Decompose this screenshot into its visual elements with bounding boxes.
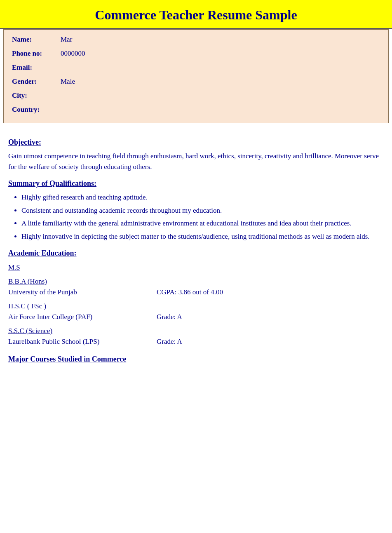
- list-item: Highly gifted research and teaching apti…: [21, 192, 384, 203]
- page-title: Commerce Teacher Resume Sample: [4, 7, 388, 23]
- edu-entry-bba: B.B.A (Hons) University of the Punjab CG…: [8, 277, 384, 296]
- edu-entry-ms: M.S: [8, 263, 384, 272]
- degree-hsc: H.S.C ( FSc ): [8, 302, 384, 310]
- gender-value: Male: [61, 77, 75, 86]
- education-heading: Academic Education:: [8, 249, 384, 258]
- summary-heading: Summary of Qualifications:: [8, 179, 384, 188]
- ssc-institution: Laurelbank Public School (LPS): [8, 338, 132, 346]
- page-header: Commerce Teacher Resume Sample: [0, 0, 392, 29]
- degree-ssc: S.S.C (Science): [8, 327, 384, 335]
- email-row: Email:: [12, 63, 380, 72]
- phone-label: Phone no:: [12, 49, 57, 58]
- city-label: City:: [12, 92, 57, 100]
- phone-value: 0000000: [61, 49, 85, 58]
- country-row: Country:: [12, 106, 380, 114]
- edu-entry-hsc: H.S.C ( FSc ) Air Force Inter College (P…: [8, 302, 384, 321]
- country-label: Country:: [12, 106, 57, 114]
- name-row: Name: Mar: [12, 35, 380, 44]
- list-item: Highly innovative in depicting the subje…: [21, 231, 384, 242]
- email-label: Email:: [12, 63, 57, 72]
- list-item: A little familiarity with the general ad…: [21, 218, 384, 229]
- summary-list: Highly gifted research and teaching apti…: [21, 192, 384, 242]
- bba-grade: CGPA: 3.86 out of 4.00: [157, 288, 223, 296]
- hsc-institution-row: Air Force Inter College (PAF) Grade: A: [8, 313, 384, 321]
- content-area: Objective: Gain utmost competence in tea…: [0, 123, 392, 372]
- page-wrapper: Commerce Teacher Resume Sample Name: Mar…: [0, 0, 392, 533]
- city-row: City:: [12, 92, 380, 100]
- objective-text: Gain utmost competence in teaching field…: [8, 151, 384, 172]
- personal-info-box: Name: Mar Phone no: 0000000 Email: Gende…: [3, 29, 389, 123]
- major-courses-heading: Major Courses Studied in Commerce: [8, 355, 384, 364]
- name-label: Name:: [12, 35, 57, 44]
- hsc-institution: Air Force Inter College (PAF): [8, 313, 132, 321]
- degree-bba: B.B.A (Hons): [8, 277, 384, 286]
- name-value: Mar: [61, 35, 72, 44]
- gender-label: Gender:: [12, 77, 57, 86]
- phone-row: Phone no: 0000000: [12, 49, 380, 58]
- gender-row: Gender: Male: [12, 77, 380, 86]
- list-item: Consistent and outstanding academic reco…: [21, 205, 384, 216]
- hsc-grade: Grade: A: [157, 313, 182, 321]
- degree-ms: M.S: [8, 263, 384, 272]
- objective-heading: Objective:: [8, 138, 384, 147]
- bba-institution-row: University of the Punjab CGPA: 3.86 out …: [8, 288, 384, 296]
- edu-entry-ssc: S.S.C (Science) Laurelbank Public School…: [8, 327, 384, 346]
- ssc-grade: Grade: A: [157, 338, 182, 346]
- bba-institution: University of the Punjab: [8, 288, 132, 296]
- ssc-institution-row: Laurelbank Public School (LPS) Grade: A: [8, 338, 384, 346]
